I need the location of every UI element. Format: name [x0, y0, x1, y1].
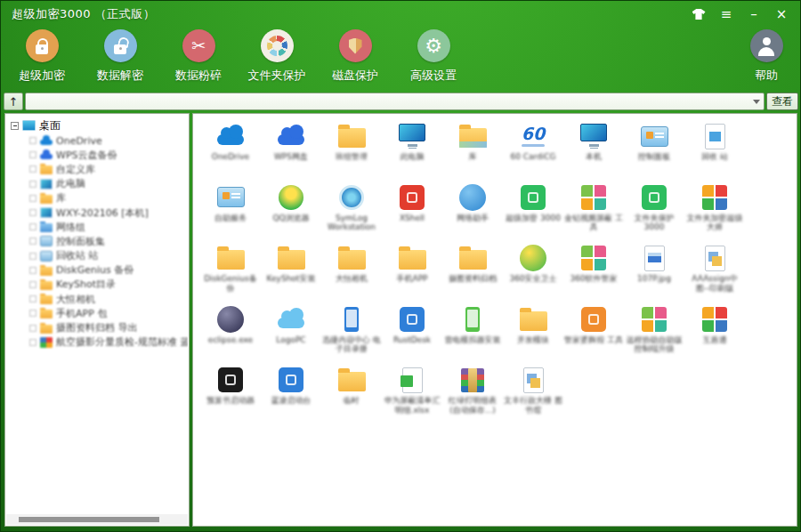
tree-item[interactable]: 大恒相机	[6, 292, 188, 306]
desktop-icon-item[interactable]: 网络助手	[442, 182, 503, 244]
icon-label: 107P.jpg	[637, 274, 671, 284]
desktop-icon-item[interactable]: 107P.jpg	[624, 243, 684, 304]
tree-item[interactable]: 回收站 站	[6, 249, 188, 263]
expand-icon[interactable]	[29, 209, 36, 216]
desktop-icon-item[interactable]: 手机APP	[382, 243, 442, 304]
expand-icon[interactable]	[29, 181, 36, 188]
expand-icon[interactable]	[29, 253, 36, 260]
desktop-icon-item[interactable]: 文件夹加密超级 大师	[684, 182, 745, 244]
desktop-icon-item[interactable]: 华为屏蔽清单汇 明细.xlsx	[382, 365, 442, 426]
desktop-icon-item[interactable]: 开发模块	[503, 304, 563, 366]
desktop-icon-item[interactable]: 迅捷内容中心 电子目录册	[321, 304, 382, 366]
expand-icon[interactable]	[29, 267, 36, 274]
tree-item[interactable]: 自定义库	[6, 162, 188, 176]
expand-icon[interactable]	[29, 238, 36, 245]
tree-item[interactable]: 手机APP 包	[6, 306, 188, 320]
tree-item[interactable]: OneDrive	[6, 133, 188, 148]
desktop-icon-item[interactable]: 360安全卫士	[503, 243, 563, 304]
menu-button[interactable]: ≡	[716, 5, 736, 23]
desktop-icon-item[interactable]: DiskGenius备份	[200, 243, 261, 304]
desktop-icon-item[interactable]: 金钻视频屏蔽 工具	[563, 182, 624, 244]
expand-icon[interactable]	[29, 310, 36, 317]
tree-item[interactable]: 库	[6, 191, 188, 206]
desktop-icon-item[interactable]: 库	[442, 121, 503, 182]
expand-icon[interactable]	[29, 281, 36, 288]
desktop-icon-item[interactable]: WPS网盘	[261, 121, 321, 182]
desktop-icon-item[interactable]: 远程协助自助版 控制端升级	[624, 304, 684, 366]
close-button[interactable]: ×	[772, 5, 791, 23]
expand-icon[interactable]	[29, 165, 36, 173]
desktop-icon-item[interactable]: eclipse.exe	[200, 304, 261, 366]
help-icon	[750, 29, 783, 62]
desktop-icon-item[interactable]: QQ浏览器	[261, 182, 321, 244]
toolbar-button-folderp[interactable]: 文件夹保护	[238, 29, 316, 84]
desktop-icon-item[interactable]: 文件夹保护 3000	[624, 182, 684, 244]
tree-item[interactable]: 摄图资料归档 导出	[6, 320, 188, 335]
desktop-icon-item[interactable]: 班组管理	[321, 121, 382, 182]
folder-icon	[336, 243, 368, 273]
horizontal-scrollbar[interactable]	[6, 514, 188, 525]
desktop-icon-item[interactable]: 本机	[563, 121, 624, 182]
desktop-icon-item[interactable]: 回收 站	[684, 121, 745, 182]
tree-item[interactable]: KeyShot目录	[6, 278, 188, 292]
expand-icon[interactable]	[29, 325, 36, 332]
skin-button[interactable]	[689, 5, 708, 23]
tree-item[interactable]: 控制面板集	[6, 234, 188, 248]
tree-item-desktop[interactable]: 桌面	[6, 117, 188, 133]
desktop-icon-item[interactable]: 摄图资料归档	[442, 243, 503, 304]
desktop-icon-item[interactable]: 蓝凌启动台	[261, 365, 321, 426]
desktop-icon-item[interactable]: AAAssign中 图--印刷版	[684, 243, 745, 304]
desktop-icon-item[interactable]: 360软件管家	[563, 243, 624, 304]
tree-item[interactable]: 此电脑	[6, 177, 188, 191]
desktop-icon-item[interactable]: RustDesk	[382, 304, 442, 366]
desktop-icon-item[interactable]: LogoPC	[261, 304, 321, 366]
tree-item[interactable]: DiskGenius 备份	[6, 263, 188, 278]
desktop-icon-item[interactable]: KeyShot安装	[261, 243, 321, 304]
expand-icon[interactable]	[29, 223, 36, 230]
desktop-icon-item[interactable]: OneDrive	[200, 121, 261, 182]
icon-label: KeyShot安装	[267, 274, 316, 284]
desktop-icon-item[interactable]: 红绿灯明细表 (自动保存...)	[442, 365, 503, 426]
desktop-icon-item[interactable]: 管家婆辉煌 工具	[563, 304, 624, 366]
icon-label: 网络助手	[457, 214, 489, 223]
desktop-icon-item[interactable]: SymLog Workstation	[321, 182, 382, 244]
toolbar-button-settings[interactable]: ⚙高级设置	[394, 29, 473, 84]
desktop-icon-item[interactable]: 超级加密 3000	[503, 182, 563, 244]
toolbar-button-enc[interactable]: 超级加密	[3, 29, 81, 84]
tree-item-label: 网络组	[56, 221, 85, 234]
desktop-icon-item[interactable]: 预算书启动器	[200, 365, 261, 426]
tree-item[interactable]: 网络组	[6, 220, 188, 234]
desktop-icon-item[interactable]: 临时	[321, 365, 382, 426]
expand-icon[interactable]	[29, 339, 36, 346]
tree-item[interactable]: WXY-202106 [本机]	[6, 206, 188, 220]
expand-icon[interactable]	[29, 295, 36, 302]
desktop-icon-item[interactable]: 6060 CardiCG	[503, 121, 563, 182]
desktop-icon-item[interactable]: 控制面板	[624, 121, 684, 182]
toolbar-button-shred[interactable]: ✂数据粉碎	[159, 29, 238, 84]
scrollbar-thumb[interactable]	[19, 517, 159, 522]
desktop-icon-item[interactable]: 文丰行政大楼 图书馆	[503, 365, 563, 426]
tree-item[interactable]: WPS云盘备份	[6, 148, 188, 162]
desktop-icon-item[interactable]: 互盾通	[684, 304, 745, 366]
desktop-icon-item[interactable]: 大恒相机	[321, 243, 382, 304]
address-input[interactable]	[26, 94, 749, 109]
minimize-button[interactable]: –	[744, 5, 764, 23]
desktop-icon-item[interactable]: 此电脑	[382, 121, 442, 182]
collapse-icon[interactable]	[11, 122, 19, 130]
expand-icon[interactable]	[29, 195, 36, 202]
desktop-icon-item[interactable]: 自助服务	[200, 182, 261, 244]
up-button[interactable]: ↑	[4, 93, 23, 110]
expand-icon[interactable]	[29, 137, 36, 144]
chevron-down-icon[interactable]	[749, 93, 764, 109]
desktop-icon-item[interactable]: XShell	[382, 182, 442, 244]
address-combobox[interactable]	[25, 93, 765, 110]
view-button[interactable]: 查看	[766, 93, 798, 110]
square-icon	[396, 304, 428, 335]
up-arrow-icon: ↑	[9, 95, 19, 109]
toolbar-button-help[interactable]: 帮助	[738, 29, 795, 84]
desktop-icon-item[interactable]: 雷电模拟器安装	[442, 304, 503, 366]
expand-icon[interactable]	[29, 151, 36, 158]
toolbar-button-diskp[interactable]: 磁盘保护	[316, 29, 394, 84]
tree-item[interactable]: 航空摄影分量质检-规范标准 蓝图15.pdf	[6, 335, 188, 350]
toolbar-button-dec[interactable]: 数据解密	[81, 29, 159, 84]
